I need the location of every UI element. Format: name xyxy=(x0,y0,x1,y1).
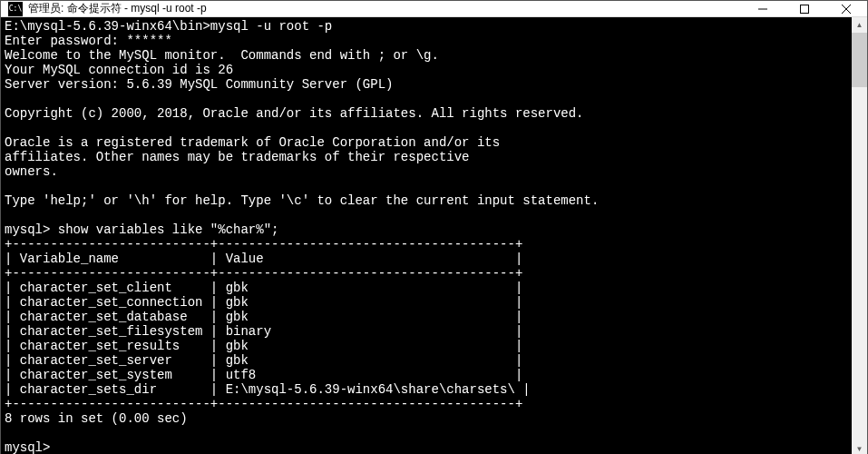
maximize-icon xyxy=(800,5,809,14)
minimize-button[interactable] xyxy=(742,1,784,16)
terminal-wrap: E:\mysql-5.6.39-winx64\bin>mysql -u root… xyxy=(1,17,867,454)
window-title: 管理员: 命令提示符 - mysql -u root -p xyxy=(28,1,742,16)
scroll-down-arrow[interactable]: ▼ xyxy=(852,441,867,454)
cmd-window: C:\ 管理员: 命令提示符 - mysql -u root -p E:\mys… xyxy=(0,0,868,454)
titlebar[interactable]: C:\ 管理员: 命令提示符 - mysql -u root -p xyxy=(1,1,867,17)
window-controls xyxy=(742,1,867,16)
maximize-button[interactable] xyxy=(784,1,825,16)
scrollbar-thumb[interactable] xyxy=(852,33,867,87)
svg-rect-1 xyxy=(801,5,809,13)
window-icon: C:\ xyxy=(8,2,23,16)
minimize-icon xyxy=(758,5,767,14)
terminal-content[interactable]: E:\mysql-5.6.39-winx64\bin>mysql -u root… xyxy=(1,17,852,454)
close-icon xyxy=(842,5,851,14)
vertical-scrollbar[interactable]: ▲ ▼ xyxy=(852,17,867,454)
scroll-up-arrow[interactable]: ▲ xyxy=(852,17,867,33)
close-button[interactable] xyxy=(825,1,867,16)
